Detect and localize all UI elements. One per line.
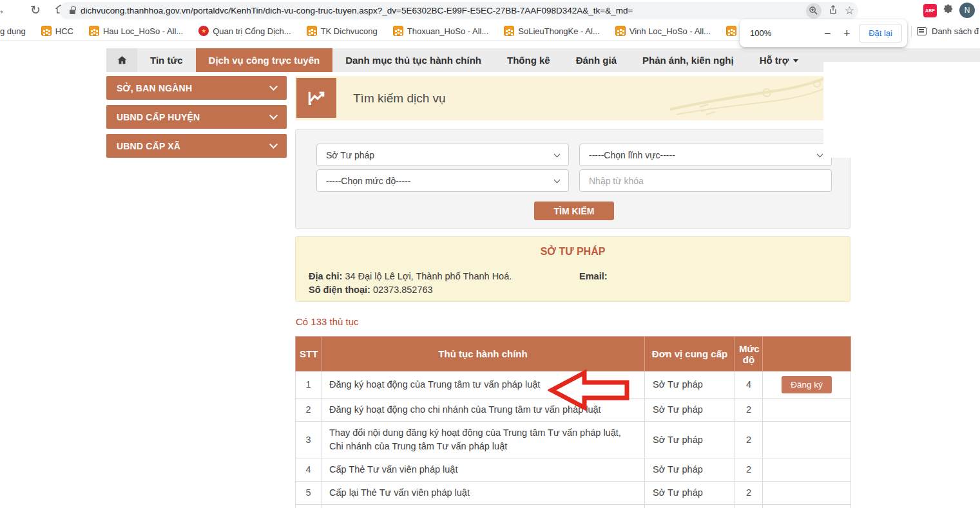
header-action bbox=[763, 337, 851, 372]
cell-procedure-link[interactable]: Cấp Thẻ Tư vấn viên pháp luật bbox=[322, 458, 645, 482]
nav-item-thong-ke[interactable]: Thống kê bbox=[494, 48, 563, 72]
annotation-arrow-left-icon bbox=[548, 369, 631, 413]
cell-provider: Sở Tư pháp bbox=[645, 458, 735, 482]
keyword-input[interactable] bbox=[579, 169, 832, 192]
chart-line-icon bbox=[296, 78, 336, 118]
reading-list-label[interactable]: Danh sách đ bbox=[932, 26, 979, 36]
table-header-row: STT Thủ tục hành chính Đơn vị cung cấp M… bbox=[296, 337, 851, 372]
cell-stt: 6 bbox=[296, 505, 322, 508]
browser-window: → ↻ dichvucong.thanhhoa.gov.vn/portaldvc… bbox=[0, 0, 980, 508]
agency-select-value: Sở Tư pháp bbox=[326, 150, 374, 160]
agency-select[interactable]: Sở Tư pháp bbox=[316, 144, 569, 166]
zoom-level: 100% bbox=[750, 28, 818, 38]
header-stt: STT bbox=[296, 337, 322, 372]
extensions-puzzle-icon[interactable] bbox=[943, 4, 954, 17]
sidebar-item-label: SỞ, BAN NGÀNH bbox=[117, 83, 192, 93]
bookmark-item[interactable]: ★Quan trị Cổng Dịch... bbox=[191, 26, 298, 36]
cell-level: 4 bbox=[735, 372, 763, 399]
adblock-icon[interactable]: ABP bbox=[923, 4, 937, 17]
field-select[interactable]: -----Chọn lĩnh vực----- bbox=[579, 144, 832, 166]
table-row: 3 Thay đổi nội dung đăng ký hoạt động củ… bbox=[296, 422, 851, 458]
favicon bbox=[504, 26, 514, 36]
bookmark-item[interactable]: g dụng bbox=[0, 26, 34, 36]
forward-icon[interactable]: → bbox=[0, 2, 8, 19]
address-bar[interactable]: dichvucong.thanhhoa.gov.vn/portaldvc/Ken… bbox=[59, 2, 858, 19]
agency-address: Địa chỉ: 34 Đại lộ Lê Lợi, Thành phố Tha… bbox=[309, 271, 512, 281]
bookmark-label: SoLieuThongKe - Al... bbox=[518, 26, 599, 36]
sidebar-item-so-ban-nganh[interactable]: SỞ, BAN NGÀNH bbox=[106, 76, 287, 100]
divider bbox=[911, 26, 912, 37]
cell-level: 2 bbox=[735, 482, 763, 505]
nav-label: Tin tức bbox=[150, 55, 183, 66]
address-label: Địa chỉ: bbox=[309, 271, 342, 281]
bookmark-label: HCC bbox=[55, 26, 73, 36]
nav-label: Phản ánh, kiến nghị bbox=[642, 55, 734, 66]
cell-level: 2 bbox=[735, 399, 763, 422]
bookmark-star-icon[interactable]: ☆ bbox=[845, 6, 854, 15]
bookmark-item[interactable]: SoLieuThongKe - Al... bbox=[496, 26, 607, 36]
share-icon[interactable] bbox=[828, 5, 838, 17]
favicon bbox=[726, 26, 736, 36]
cell-procedure-link[interactable]: Thu hồi thẻ tư vấn viên pháp luật bbox=[322, 505, 645, 508]
cell-action bbox=[763, 399, 851, 422]
search-banner: Tìm kiếm dịch vụ bbox=[295, 76, 850, 120]
cell-action bbox=[763, 458, 851, 482]
bookmark-item[interactable]: Hau Loc_HoSo - All... bbox=[81, 26, 191, 36]
sidebar-item-ubnd-cap-huyen[interactable]: UBND CẤP HUYỆN bbox=[106, 105, 287, 129]
bookmark-item[interactable]: HCC bbox=[34, 26, 81, 36]
cell-level: 2 bbox=[735, 458, 763, 482]
level-select[interactable]: -----Chọn mức độ----- bbox=[316, 169, 569, 192]
reading-list-icon[interactable] bbox=[917, 27, 927, 35]
procedures-table: STT Thủ tục hành chính Đơn vị cung cấp M… bbox=[295, 336, 851, 508]
bookmark-item[interactable]: Vinh Loc_HoSo - All... bbox=[608, 26, 718, 36]
chevron-down-icon bbox=[269, 82, 278, 91]
cell-provider: Sở Tư pháp bbox=[645, 482, 735, 505]
cell-stt: 3 bbox=[296, 422, 322, 458]
bookmark-label: Quan trị Cổng Dịch... bbox=[213, 26, 291, 36]
zoom-indicator-icon[interactable] bbox=[806, 3, 821, 19]
nav-item-ho-tro[interactable]: Hỗ trợ bbox=[747, 48, 812, 72]
cell-procedure-link[interactable]: Cấp lại Thẻ Tư vấn viên pháp luật bbox=[322, 482, 645, 505]
cell-action bbox=[763, 505, 851, 508]
zoom-out-button[interactable]: − bbox=[818, 24, 837, 43]
header-level: Mức độ bbox=[735, 337, 763, 372]
nav-item-danh-gia[interactable]: Đánh giá bbox=[563, 48, 629, 72]
zoom-in-button[interactable]: + bbox=[837, 24, 856, 43]
search-submit-button[interactable]: TÌM KIẾM bbox=[534, 202, 614, 220]
sidebar-item-ubnd-cap-xa[interactable]: UBND CẤP XÃ bbox=[106, 134, 287, 158]
cell-stt: 4 bbox=[296, 458, 322, 482]
nav-item-dich-vu-cong[interactable]: Dịch vụ công trực tuyến bbox=[196, 48, 333, 72]
chevron-down-icon bbox=[554, 176, 561, 183]
favicon bbox=[615, 26, 626, 36]
lock-icon bbox=[70, 10, 75, 14]
zoom-reset-button[interactable]: Đặt lại bbox=[859, 24, 902, 42]
white-overlay-panel bbox=[823, 62, 980, 158]
phone-label: Số điện thoại: bbox=[309, 285, 370, 295]
reload-icon[interactable]: ↻ bbox=[27, 2, 44, 19]
bookmark-item[interactable]: Thoxuan_HoSo - All... bbox=[385, 26, 496, 36]
nav-item-danh-muc[interactable]: Danh mục thủ tục hành chính bbox=[332, 48, 494, 72]
cell-provider: Sở Tư pháp bbox=[645, 399, 735, 422]
nav-label: Hỗ trợ bbox=[760, 55, 789, 66]
agency-title: SỞ TƯ PHÁP bbox=[296, 246, 850, 258]
cell-provider: Sở Tư pháp bbox=[645, 422, 735, 458]
level-select-value: -----Chọn mức độ----- bbox=[326, 176, 410, 186]
favicon bbox=[307, 26, 317, 36]
profile-avatar[interactable]: N bbox=[959, 3, 975, 18]
chevron-down-icon bbox=[817, 151, 823, 157]
house-icon bbox=[117, 55, 128, 66]
cell-procedure-link[interactable]: Thay đổi nội dung đăng ký hoạt động của … bbox=[322, 422, 645, 458]
results-count: Có 133 thủ tục bbox=[296, 316, 359, 327]
sidebar-item-label: UBND CẤP XÃ bbox=[117, 141, 180, 151]
agency-email-label: Email: bbox=[579, 271, 608, 281]
bookmark-item[interactable]: TK Dichvucong bbox=[299, 26, 385, 36]
nav-home-button[interactable] bbox=[106, 48, 137, 72]
chevron-down-icon bbox=[793, 59, 798, 62]
cell-stt: 2 bbox=[296, 399, 322, 422]
register-button[interactable]: Đăng ký bbox=[782, 376, 832, 393]
nav-item-tin-tuc[interactable]: Tin tức bbox=[137, 48, 196, 72]
emblem-favicon: ★ bbox=[198, 26, 209, 36]
phone-value: 02373.852763 bbox=[370, 285, 433, 295]
nav-item-phan-anh[interactable]: Phản ánh, kiến nghị bbox=[629, 48, 747, 72]
banner-pattern-decoration bbox=[670, 76, 825, 120]
